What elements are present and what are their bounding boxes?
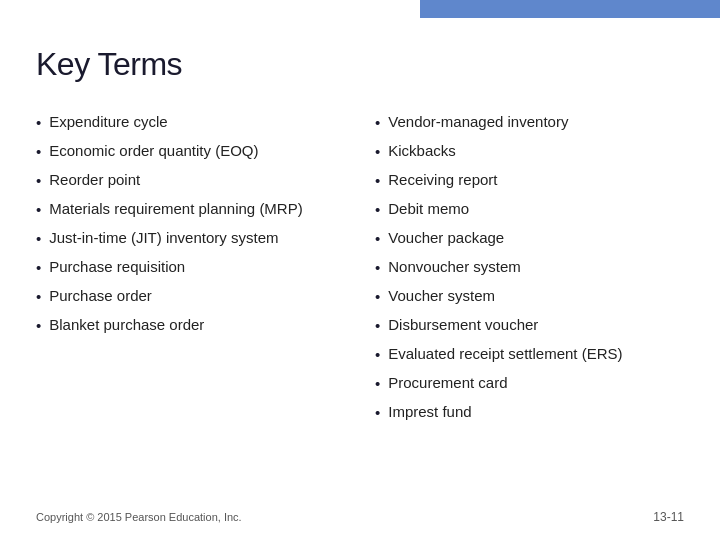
- list-item-text: Procurement card: [388, 372, 507, 393]
- list-item-text: Debit memo: [388, 198, 469, 219]
- list-item: •Kickbacks: [375, 140, 684, 162]
- list-item-text: Economic order quantity (EOQ): [49, 140, 258, 161]
- list-item: •Voucher package: [375, 227, 684, 249]
- list-item-text: Kickbacks: [388, 140, 456, 161]
- bullet-icon: •: [375, 402, 380, 423]
- list-item-text: Vendor-managed inventory: [388, 111, 568, 132]
- list-item: •Voucher system: [375, 285, 684, 307]
- list-item-text: Voucher package: [388, 227, 504, 248]
- list-item: •Blanket purchase order: [36, 314, 345, 336]
- copyright-text: Copyright © 2015 Pearson Education, Inc.: [36, 511, 242, 523]
- list-item: •Procurement card: [375, 372, 684, 394]
- list-item: •Debit memo: [375, 198, 684, 220]
- bullet-icon: •: [36, 170, 41, 191]
- list-item: •Expenditure cycle: [36, 111, 345, 133]
- bullet-icon: •: [36, 112, 41, 133]
- bullet-icon: •: [375, 286, 380, 307]
- bullet-icon: •: [36, 141, 41, 162]
- bullet-icon: •: [36, 257, 41, 278]
- list-item-text: Reorder point: [49, 169, 140, 190]
- top-bar-decoration: [420, 0, 720, 18]
- bullet-icon: •: [375, 199, 380, 220]
- list-item-text: Nonvoucher system: [388, 256, 521, 277]
- bullet-icon: •: [36, 228, 41, 249]
- list-item: •Purchase requisition: [36, 256, 345, 278]
- list-item-text: Blanket purchase order: [49, 314, 204, 335]
- columns-container: •Expenditure cycle•Economic order quanti…: [36, 111, 684, 494]
- bullet-icon: •: [375, 257, 380, 278]
- list-item: •Nonvoucher system: [375, 256, 684, 278]
- list-item: •Economic order quantity (EOQ): [36, 140, 345, 162]
- list-item-text: Imprest fund: [388, 401, 471, 422]
- left-column: •Expenditure cycle•Economic order quanti…: [36, 111, 365, 494]
- left-bullet-list: •Expenditure cycle•Economic order quanti…: [36, 111, 345, 336]
- list-item: •Evaluated receipt settlement (ERS): [375, 343, 684, 365]
- list-item: •Reorder point: [36, 169, 345, 191]
- right-bullet-list: •Vendor-managed inventory•Kickbacks•Rece…: [375, 111, 684, 423]
- bullet-icon: •: [36, 286, 41, 307]
- bullet-icon: •: [375, 228, 380, 249]
- list-item-text: Voucher system: [388, 285, 495, 306]
- bullet-icon: •: [375, 344, 380, 365]
- bullet-icon: •: [36, 315, 41, 336]
- page-title: Key Terms: [36, 46, 684, 83]
- list-item-text: Receiving report: [388, 169, 497, 190]
- bullet-icon: •: [375, 170, 380, 191]
- list-item-text: Disbursement voucher: [388, 314, 538, 335]
- page-number: 13-11: [653, 510, 684, 524]
- list-item: •Materials requirement planning (MRP): [36, 198, 345, 220]
- bullet-icon: •: [375, 141, 380, 162]
- list-item: •Just-in-time (JIT) inventory system: [36, 227, 345, 249]
- list-item-text: Materials requirement planning (MRP): [49, 198, 302, 219]
- bullet-icon: •: [375, 112, 380, 133]
- list-item: •Imprest fund: [375, 401, 684, 423]
- bullet-icon: •: [375, 315, 380, 336]
- list-item: •Purchase order: [36, 285, 345, 307]
- list-item-text: Purchase requisition: [49, 256, 185, 277]
- main-content: Key Terms •Expenditure cycle•Economic or…: [0, 18, 720, 540]
- list-item-text: Just-in-time (JIT) inventory system: [49, 227, 278, 248]
- footer: Copyright © 2015 Pearson Education, Inc.…: [36, 506, 684, 524]
- bullet-icon: •: [36, 199, 41, 220]
- list-item-text: Purchase order: [49, 285, 152, 306]
- list-item-text: Evaluated receipt settlement (ERS): [388, 343, 622, 364]
- list-item: •Disbursement voucher: [375, 314, 684, 336]
- list-item-text: Expenditure cycle: [49, 111, 167, 132]
- list-item: •Receiving report: [375, 169, 684, 191]
- list-item: •Vendor-managed inventory: [375, 111, 684, 133]
- bullet-icon: •: [375, 373, 380, 394]
- right-column: •Vendor-managed inventory•Kickbacks•Rece…: [365, 111, 684, 494]
